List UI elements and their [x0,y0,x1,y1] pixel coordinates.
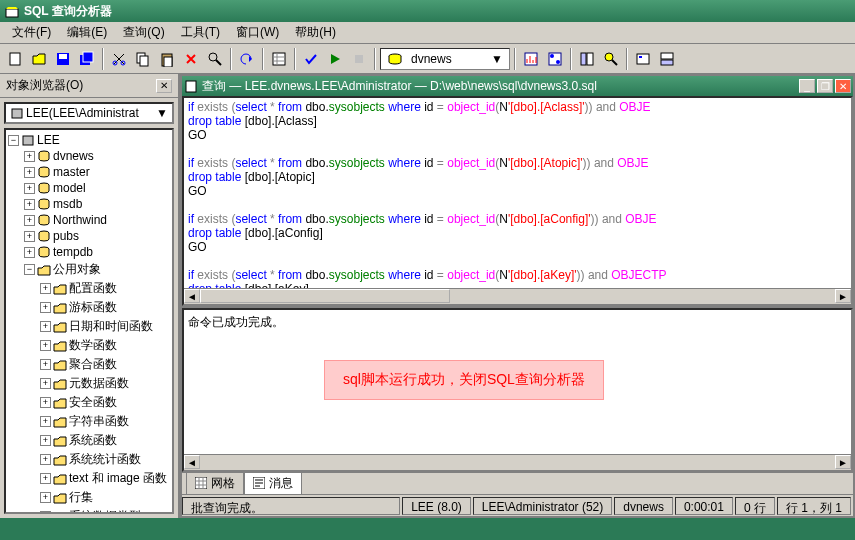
expand-icon[interactable]: + [40,302,51,313]
horizontal-scrollbar[interactable]: ◄ ► [184,288,851,304]
tree-folder[interactable]: +数学函数 [8,336,170,355]
database-icon [37,149,51,163]
scroll-right-icon[interactable]: ► [835,289,851,303]
copy-button[interactable] [132,48,154,70]
tree-folder[interactable]: +聚合函数 [8,355,170,374]
tree-folder[interactable]: +游标函数 [8,298,170,317]
menu-edit[interactable]: 编辑(E) [59,22,115,43]
open-button[interactable] [28,48,50,70]
menu-help[interactable]: 帮助(H) [287,22,344,43]
new-button[interactable] [4,48,26,70]
tree-folder[interactable]: +行集 [8,488,170,507]
expand-icon[interactable]: + [24,199,35,210]
execute-button[interactable] [324,48,346,70]
options-button[interactable] [632,48,654,70]
save-button[interactable] [52,48,74,70]
tree[interactable]: −LEE +dvnews+master+model+msdb+Northwind… [4,128,174,514]
database-icon [37,229,51,243]
tree-folder[interactable]: +系统函数 [8,431,170,450]
svg-point-19 [556,60,560,64]
status-rows: 0 行 [735,497,775,515]
scroll-left-icon[interactable]: ◄ [184,289,200,303]
expand-icon[interactable]: + [40,473,51,484]
expand-icon[interactable]: + [40,454,51,465]
collapse-icon[interactable]: − [24,264,35,275]
tree-folder[interactable]: +安全函数 [8,393,170,412]
tree-folder[interactable]: +日期和时间函数 [8,317,170,336]
collapse-icon[interactable]: − [8,135,19,146]
tree-database[interactable]: +tempdb [8,244,170,260]
object-search-button[interactable] [600,48,622,70]
stop-button[interactable] [348,48,370,70]
menu-query[interactable]: 查询(Q) [115,22,172,43]
expand-icon[interactable]: + [24,247,35,258]
scroll-right-icon[interactable]: ► [835,455,851,469]
tree-database[interactable]: +Northwind [8,212,170,228]
expand-icon[interactable]: + [40,435,51,446]
tree-database[interactable]: +master [8,164,170,180]
folder-icon [53,396,67,410]
estimated-plan-button[interactable] [520,48,542,70]
expand-icon[interactable]: + [40,359,51,370]
expand-icon[interactable]: + [40,397,51,408]
minimize-button[interactable]: _ [799,79,815,93]
tree-database[interactable]: +model [8,180,170,196]
tab-messages[interactable]: 消息 [244,473,302,495]
tree-database[interactable]: +msdb [8,196,170,212]
database-combo[interactable]: dvnews ▼ [380,48,510,70]
tree-folder[interactable]: +系统数据类型 [8,507,170,514]
cut-button[interactable] [108,48,130,70]
tree-database[interactable]: +pubs [8,228,170,244]
expand-icon[interactable]: + [40,416,51,427]
object-browser-button[interactable] [576,48,598,70]
tree-folder[interactable]: +配置函数 [8,279,170,298]
tree-database[interactable]: +dvnews [8,148,170,164]
svg-rect-3 [59,54,67,59]
tree-folder[interactable]: +字符串函数 [8,412,170,431]
expand-icon[interactable]: + [40,321,51,332]
display-plan-button[interactable] [544,48,566,70]
parse-button[interactable] [300,48,322,70]
scroll-left-icon[interactable]: ◄ [184,455,200,469]
expand-icon[interactable]: + [24,183,35,194]
app-titlebar: SQL 查询分析器 [0,0,855,22]
server-combo[interactable]: LEE(LEE\Administrat ▼ [4,102,174,124]
folder-icon [53,453,67,467]
sidebar-close-button[interactable]: ✕ [156,79,172,93]
status-time: 0:00:01 [675,497,733,515]
database-icon [37,197,51,211]
undo-button[interactable] [236,48,258,70]
expand-icon[interactable]: + [24,167,35,178]
horizontal-scrollbar[interactable]: ◄ ► [184,454,851,470]
tab-grid[interactable]: 网格 [186,473,244,495]
expand-icon[interactable]: + [40,378,51,389]
menu-file[interactable]: 文件(F) [4,22,59,43]
expand-icon[interactable]: + [24,231,35,242]
menu-window[interactable]: 窗口(W) [228,22,287,43]
tree-folder[interactable]: +系统统计函数 [8,450,170,469]
folder-icon [53,472,67,486]
clear-button[interactable] [180,48,202,70]
save-all-button[interactable] [76,48,98,70]
close-button[interactable]: ✕ [835,79,851,93]
tree-common[interactable]: −公用对象 [8,260,170,279]
expand-icon[interactable]: + [40,340,51,351]
expand-icon[interactable]: + [24,215,35,226]
expand-icon[interactable]: + [24,151,35,162]
app-icon [4,3,20,19]
show-results-button[interactable] [656,48,678,70]
expand-icon[interactable]: + [40,283,51,294]
results-mode-button[interactable] [268,48,290,70]
expand-icon[interactable]: + [40,511,51,514]
find-button[interactable] [204,48,226,70]
expand-icon[interactable]: + [40,492,51,503]
tree-folder[interactable]: +元数据函数 [8,374,170,393]
svg-rect-20 [581,53,586,65]
sql-editor[interactable]: if exists (select * from dbo.sysobjects … [182,96,853,306]
tree-folder[interactable]: +text 和 image 函数 [8,469,170,488]
tree-root[interactable]: −LEE [8,132,170,148]
paste-button[interactable] [156,48,178,70]
scroll-thumb[interactable] [200,289,450,303]
menu-tools[interactable]: 工具(T) [173,22,228,43]
restore-button[interactable]: ❐ [817,79,833,93]
